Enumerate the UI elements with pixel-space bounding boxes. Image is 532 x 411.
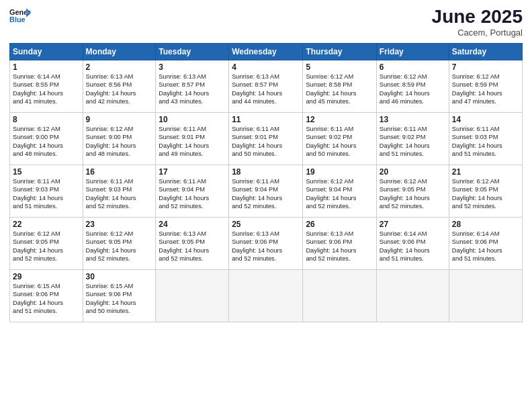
day-info: Sunrise: 6:11 AMSunset: 9:02 PMDaylight:… [380,125,446,158]
table-row: 22Sunrise: 6:12 AMSunset: 9:05 PMDayligh… [10,217,83,269]
table-row: 26Sunrise: 6:13 AMSunset: 9:06 PMDayligh… [303,217,376,269]
day-number: 9 [86,115,153,124]
logo-icon: General Blue [9,7,31,26]
day-number: 26 [306,220,373,229]
day-number: 1 [13,62,80,72]
table-row: 24Sunrise: 6:13 AMSunset: 9:05 PMDayligh… [156,217,229,269]
calendar-week-row: 29Sunrise: 6:15 AMSunset: 9:06 PMDayligh… [10,269,523,322]
day-number: 13 [380,115,446,124]
day-number: 2 [86,62,153,72]
day-info: Sunrise: 6:14 AMSunset: 9:06 PMDaylight:… [452,230,519,263]
col-wednesday: Wednesday [229,43,303,60]
table-row: 15Sunrise: 6:11 AMSunset: 9:03 PMDayligh… [10,165,83,217]
day-info: Sunrise: 6:13 AMSunset: 9:05 PMDaylight:… [159,230,226,263]
day-info: Sunrise: 6:12 AMSunset: 9:05 PMDaylight:… [13,230,80,263]
day-info: Sunrise: 6:14 AMSunset: 9:06 PMDaylight:… [380,230,446,263]
day-number: 14 [452,115,519,124]
day-number: 18 [232,167,300,177]
day-number: 20 [380,167,446,177]
table-row [449,269,522,322]
day-number: 30 [86,272,153,281]
table-row: 4Sunrise: 6:13 AMSunset: 8:57 PMDaylight… [229,60,303,112]
day-number: 19 [306,167,373,177]
table-row: 13Sunrise: 6:11 AMSunset: 9:02 PMDayligh… [376,112,449,165]
day-info: Sunrise: 6:13 AMSunset: 9:06 PMDaylight:… [306,230,373,263]
day-info: Sunrise: 6:14 AMSunset: 8:55 PMDaylight:… [13,73,80,106]
table-row: 9Sunrise: 6:12 AMSunset: 9:00 PMDaylight… [83,112,156,165]
day-number: 24 [159,220,226,229]
day-number: 17 [159,167,226,177]
calendar-header-row: Sunday Monday Tuesday Wednesday Thursday… [10,43,523,60]
calendar-week-row: 8Sunrise: 6:12 AMSunset: 9:00 PMDaylight… [10,112,523,165]
day-number: 27 [380,220,446,229]
day-number: 5 [306,62,373,72]
col-saturday: Saturday [449,43,522,60]
day-info: Sunrise: 6:11 AMSunset: 9:03 PMDaylight:… [86,177,153,211]
day-number: 15 [13,167,80,177]
day-info: Sunrise: 6:12 AMSunset: 8:58 PMDaylight:… [306,73,373,106]
day-info: Sunrise: 6:15 AMSunset: 9:06 PMDaylight:… [86,282,153,316]
logo: General Blue [9,7,31,26]
table-row: 6Sunrise: 6:12 AMSunset: 8:59 PMDaylight… [376,60,449,112]
table-row [303,269,376,322]
day-number: 10 [159,115,226,124]
day-number: 25 [232,220,300,229]
day-number: 12 [306,115,373,124]
title-block: June 2025 Cacem, Portugal [432,7,523,38]
table-row: 5Sunrise: 6:12 AMSunset: 8:58 PMDaylight… [303,60,376,112]
table-row: 27Sunrise: 6:14 AMSunset: 9:06 PMDayligh… [376,217,449,269]
table-row: 3Sunrise: 6:13 AMSunset: 8:57 PMDaylight… [156,60,229,112]
table-row: 12Sunrise: 6:11 AMSunset: 9:02 PMDayligh… [303,112,376,165]
month-title: June 2025 [432,7,523,28]
col-monday: Monday [83,43,156,60]
day-info: Sunrise: 6:11 AMSunset: 9:02 PMDaylight:… [306,125,373,158]
day-info: Sunrise: 6:12 AMSunset: 8:59 PMDaylight:… [452,73,519,106]
day-number: 22 [13,220,80,229]
day-number: 16 [86,167,153,177]
day-info: Sunrise: 6:12 AMSunset: 9:00 PMDaylight:… [86,125,153,158]
day-number: 11 [232,115,300,124]
table-row: 19Sunrise: 6:12 AMSunset: 9:04 PMDayligh… [303,165,376,217]
day-info: Sunrise: 6:13 AMSunset: 8:57 PMDaylight:… [159,73,226,106]
day-number: 7 [452,62,519,72]
table-row: 28Sunrise: 6:14 AMSunset: 9:06 PMDayligh… [449,217,522,269]
table-row: 21Sunrise: 6:12 AMSunset: 9:05 PMDayligh… [449,165,522,217]
table-row: 29Sunrise: 6:15 AMSunset: 9:06 PMDayligh… [10,269,83,322]
day-info: Sunrise: 6:11 AMSunset: 9:04 PMDaylight:… [232,177,300,211]
col-sunday: Sunday [10,43,83,60]
table-row: 14Sunrise: 6:11 AMSunset: 9:03 PMDayligh… [449,112,522,165]
table-row [229,269,303,322]
col-tuesday: Tuesday [156,43,229,60]
day-info: Sunrise: 6:12 AMSunset: 9:04 PMDaylight:… [306,177,373,211]
table-row: 2Sunrise: 6:13 AMSunset: 8:56 PMDaylight… [83,60,156,112]
calendar-week-row: 15Sunrise: 6:11 AMSunset: 9:03 PMDayligh… [10,165,523,217]
calendar-week-row: 22Sunrise: 6:12 AMSunset: 9:05 PMDayligh… [10,217,523,269]
table-row [156,269,229,322]
table-row: 18Sunrise: 6:11 AMSunset: 9:04 PMDayligh… [229,165,303,217]
table-row: 17Sunrise: 6:11 AMSunset: 9:04 PMDayligh… [156,165,229,217]
day-info: Sunrise: 6:11 AMSunset: 9:01 PMDaylight:… [159,125,226,158]
day-number: 8 [13,115,80,124]
day-info: Sunrise: 6:12 AMSunset: 8:59 PMDaylight:… [380,73,446,106]
day-info: Sunrise: 6:12 AMSunset: 9:05 PMDaylight:… [380,177,446,211]
day-number: 29 [13,272,80,281]
day-number: 28 [452,220,519,229]
table-row: 8Sunrise: 6:12 AMSunset: 9:00 PMDaylight… [10,112,83,165]
table-row: 1Sunrise: 6:14 AMSunset: 8:55 PMDaylight… [10,60,83,112]
day-info: Sunrise: 6:13 AMSunset: 8:56 PMDaylight:… [86,73,153,106]
day-info: Sunrise: 6:12 AMSunset: 9:05 PMDaylight:… [86,230,153,263]
day-number: 23 [86,220,153,229]
calendar: Sunday Monday Tuesday Wednesday Thursday… [9,43,523,322]
day-info: Sunrise: 6:11 AMSunset: 9:03 PMDaylight:… [452,125,519,158]
table-row: 20Sunrise: 6:12 AMSunset: 9:05 PMDayligh… [376,165,449,217]
table-row: 11Sunrise: 6:11 AMSunset: 9:01 PMDayligh… [229,112,303,165]
header: General Blue June 2025 Cacem, Portugal [9,7,523,38]
day-info: Sunrise: 6:11 AMSunset: 9:01 PMDaylight:… [232,125,300,158]
table-row: 30Sunrise: 6:15 AMSunset: 9:06 PMDayligh… [83,269,156,322]
col-thursday: Thursday [303,43,376,60]
day-number: 3 [159,62,226,72]
day-info: Sunrise: 6:11 AMSunset: 9:03 PMDaylight:… [13,177,80,211]
page: General Blue June 2025 Cacem, Portugal S… [0,0,532,411]
day-number: 21 [452,167,519,177]
table-row: 23Sunrise: 6:12 AMSunset: 9:05 PMDayligh… [83,217,156,269]
